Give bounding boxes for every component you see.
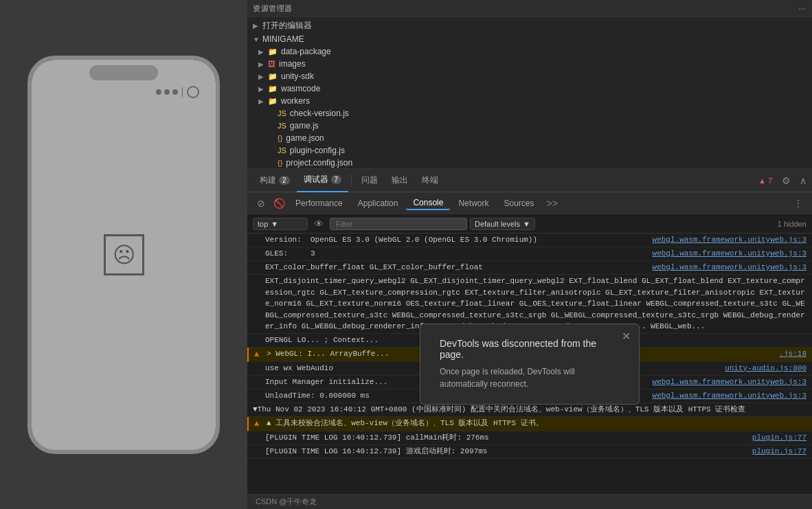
tab-output-label: 输出 — [392, 174, 408, 186]
log-levels-selector[interactable]: Default levels ▼ — [470, 218, 535, 230]
stop-recording-button[interactable]: ⊘ — [253, 195, 269, 212]
log-entry-log1: Version: OpenGL ES 3.0 (WebGL 2.0 (OpenG… — [247, 234, 812, 247]
minigame-folder-item[interactable]: ▼ MINIGAME — [247, 33, 812, 45]
phone-signal-dots — [156, 89, 178, 95]
file-name-data-package: data-package — [281, 47, 331, 56]
more-tools-button[interactable]: >> — [543, 198, 562, 209]
explorer-more-button[interactable]: ··· — [798, 3, 807, 14]
phone-dot-1 — [156, 89, 161, 95]
tab-problems[interactable]: 问题 — [354, 169, 385, 192]
log-text-log2: GLES: 3 — [265, 248, 647, 260]
file-item-project-config-json[interactable]: {} project.config.json — [247, 157, 812, 168]
disconnect-overlay: ✕ DevTools was disconnected from the pag… — [420, 324, 640, 405]
file-item-images[interactable]: ▶ 🖼 images — [247, 58, 812, 70]
file-item-game-json[interactable]: {} game.json — [247, 132, 812, 144]
phone-camera-icon — [187, 86, 199, 98]
tab-build-label: 构建 — [260, 174, 276, 186]
file-item-data-package[interactable]: ▶ 📁 data-package — [247, 45, 812, 58]
log-link-log6[interactable]: .js:18 — [779, 348, 807, 360]
log-link-log3[interactable]: webgl.wasm.framework.unityweb.js:3 — [653, 262, 807, 273]
console-log-area[interactable]: Version: OpenGL ES 3.0 (WebGL 2.0 (OpenG… — [247, 234, 812, 494]
main-panel: 资源管理器 ··· ▶ 打开的编辑器 ▼ MINIGAME ▶ 📁 data-p… — [247, 0, 812, 509]
context-label: top — [258, 220, 268, 228]
open-editors-arrow: ▶ — [253, 22, 260, 30]
phone-screen: ☹ — [32, 60, 216, 450]
tab-problems-label: 问题 — [361, 174, 378, 186]
log-text-log11: ▲ 工具未校验合法域名、web-view（业务域名）、TLS 版本以及 HTTP… — [267, 418, 807, 429]
file-icon-check-version: JS — [278, 109, 286, 117]
file-icon-images: 🖼 — [268, 60, 275, 68]
log-link-log9[interactable]: webgl.wasm.framework.unityweb.js:3 — [653, 390, 807, 402]
phone-dot-3 — [172, 89, 178, 95]
disconnect-close-button[interactable]: ✕ — [622, 330, 631, 343]
disconnect-body: Once page is reloaded, DevTools will aut… — [440, 365, 620, 390]
log-link-log1[interactable]: webgl.wasm.framework.unityweb.js:3 — [653, 234, 807, 246]
open-editors-item[interactable]: ▶ 打开的编辑器 — [247, 19, 812, 33]
log-text-log12: [PLUGIN TIME LOG 16:40:12.739] callMain耗… — [265, 432, 747, 444]
phone-frame: ☹ — [27, 56, 220, 454]
tool-network[interactable]: Network — [451, 197, 495, 210]
tab-output[interactable]: 输出 — [385, 169, 415, 192]
levels-label: Default levels — [475, 220, 520, 228]
tool-sources[interactable]: Sources — [497, 197, 541, 210]
tool-performance-label: Performance — [295, 199, 343, 208]
log-entry-log12: [PLUGIN TIME LOG 16:40:12.739] callMain耗… — [247, 431, 812, 445]
log-link-log2[interactable]: webgl.wasm.framework.unityweb.js:3 — [653, 248, 807, 260]
file-item-unity-sdk[interactable]: ▶ 📁 unity-sdk — [247, 70, 812, 82]
tool-console[interactable]: Console — [406, 196, 450, 210]
collapse-button[interactable]: ∧ — [800, 175, 807, 186]
file-item-game-js[interactable]: JS game.js — [247, 120, 812, 132]
expand-arrow-log10: ▼ — [253, 404, 258, 416]
warning-icon-log6: ▲ — [254, 348, 264, 361]
minigame-label: MINIGAME — [262, 34, 304, 44]
file-icon-data-package: 📁 — [268, 47, 278, 56]
tab-terminal[interactable]: 终端 — [415, 169, 445, 192]
file-item-check-version[interactable]: JS check-version.js — [247, 107, 812, 120]
file-arrow-workers: ▶ — [258, 98, 265, 105]
file-name-project-config-json: project.config.json — [286, 158, 352, 168]
tool-performance[interactable]: Performance — [289, 197, 350, 210]
disconnect-title: DevTools was disconnected from the page. — [440, 338, 620, 360]
log-link-log7[interactable]: unity-audio.js:800 — [725, 363, 807, 374]
log-entry-log3: EXT_color_buffer_float GL_EXT_color_buff… — [247, 261, 812, 275]
log-link-log13[interactable]: plugin.js:77 — [752, 446, 807, 457]
file-item-workers[interactable]: ▶ 📁 workers — [247, 95, 812, 107]
log-entry-log2: GLES: 3webgl.wasm.framework.unityweb.js:… — [247, 247, 812, 261]
devtools-more-icon[interactable]: ⋮ — [790, 195, 807, 212]
file-name-unity-sdk: unity-sdk — [281, 71, 314, 81]
file-name-workers: workers — [281, 96, 310, 106]
log-link-log12[interactable]: plugin.js:77 — [752, 432, 807, 444]
file-item-wasmcode[interactable]: ▶ 📁 wasmcode — [247, 82, 812, 95]
file-icon-game-js: JS — [278, 122, 286, 130]
phone-notch — [89, 65, 158, 80]
bottom-bar: CSDN @千牛奇龙 — [247, 494, 812, 509]
tab-debug[interactable]: 调试器 7 — [297, 169, 349, 192]
warning-icon-log11: ▲ — [254, 418, 264, 430]
file-arrow-images: ▶ — [258, 60, 265, 68]
context-arrow: ▼ — [271, 220, 278, 228]
sad-face-icon: ☹ — [104, 234, 144, 275]
phone-dot-2 — [164, 89, 170, 95]
file-icon-wasmcode: 📁 — [268, 84, 278, 93]
clear-console-button[interactable]: 🚫 — [271, 195, 287, 212]
settings-icon[interactable]: ⚙ — [778, 172, 794, 189]
tab-terminal-label: 终端 — [422, 174, 438, 186]
filter-input[interactable] — [330, 218, 467, 230]
log-text-log10: Thu Nov 02 2023 16:40:12 GMT+0800 (中国标准时… — [258, 404, 807, 416]
tool-sources-label: Sources — [504, 199, 534, 208]
context-selector[interactable]: top ▼ — [253, 218, 308, 230]
file-name-check-version: check-version.js — [290, 109, 349, 118]
explorer-title: 资源管理器 — [253, 3, 293, 14]
file-explorer: 资源管理器 ··· ▶ 打开的编辑器 ▼ MINIGAME ▶ 📁 data-p… — [247, 0, 812, 169]
eye-icon[interactable]: 👁 — [311, 216, 327, 232]
file-icon-plugin-config: JS — [278, 146, 286, 155]
phone-status-bar — [156, 86, 199, 98]
tool-application[interactable]: Application — [351, 197, 405, 210]
file-arrow-wasmcode: ▶ — [258, 85, 265, 93]
devtools-tools-bar: ⊘ 🚫 Performance Application Console Netw… — [247, 192, 812, 214]
tab-build[interactable]: 构建 2 — [253, 169, 297, 192]
file-icon-project-config-json: {} — [278, 159, 282, 167]
file-item-plugin-config[interactable]: JS plugin-config.js — [247, 144, 812, 157]
file-name-game-json: game.json — [286, 133, 324, 143]
log-link-log8[interactable]: webgl.wasm.framework.unityweb.js:3 — [653, 376, 807, 388]
